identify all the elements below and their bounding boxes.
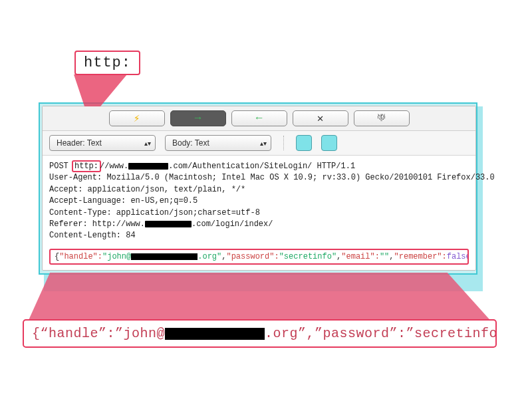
close-icon: ✕ bbox=[317, 112, 324, 125]
header-view-dropdown[interactable]: Header: Text ▴▾ bbox=[49, 135, 156, 151]
callout-body-mid: .org”,”password”:”secretinfo” bbox=[265, 326, 497, 341]
req-path: .com/Authentication/SiteLogin/ HTTP/1.1 bbox=[168, 162, 355, 171]
raw-request-body[interactable]: {"handle":"john@.org","password":"secret… bbox=[49, 249, 469, 265]
chevron-updown-icon: ▴▾ bbox=[144, 140, 151, 147]
body-view-dropdown[interactable]: Body: Text ▴▾ bbox=[165, 135, 271, 151]
body-key-remember: "remember" bbox=[394, 252, 442, 261]
req-scheme: http: bbox=[74, 162, 98, 171]
redacted-domain-big bbox=[165, 328, 265, 340]
callout-http-label: http: bbox=[84, 55, 131, 71]
http-inspector-panel: ⚡ → ← ✕ 𐂝 Header: Text ▴▾ Body: Text ▴▾ bbox=[39, 102, 477, 275]
arrow-right-icon: → bbox=[195, 112, 201, 124]
body-password: "secretinfo" bbox=[279, 252, 336, 261]
req-clen: Content-Length: 84 bbox=[49, 231, 136, 240]
redacted-host bbox=[128, 163, 168, 170]
req-accept-lang: Accept-Language: en-US,en;q=0.5 bbox=[49, 196, 198, 205]
toolbar: ⚡ → ← ✕ 𐂝 bbox=[43, 106, 475, 131]
bolt-icon: ⚡ bbox=[134, 112, 140, 125]
back-button[interactable]: ← bbox=[231, 110, 287, 126]
separator bbox=[283, 136, 284, 150]
callout-body-pre: {“handle”:”john@ bbox=[32, 326, 165, 341]
body-email: "" bbox=[380, 252, 389, 261]
req-scheme-highlight: http: bbox=[72, 160, 101, 172]
redacted-referer-host bbox=[145, 221, 192, 227]
callout-connector-top bbox=[74, 74, 127, 106]
req-ua: User-Agent: Mozilla/5.0 (Macintosh; Inte… bbox=[49, 173, 495, 182]
execute-button[interactable]: ⚡ bbox=[109, 110, 165, 126]
chevron-updown-icon: ▴▾ bbox=[260, 140, 267, 147]
body-key-password: "password" bbox=[226, 252, 274, 261]
req-referer-pre: Referer: http://www. bbox=[49, 219, 145, 229]
req-after-scheme: //www. bbox=[100, 162, 128, 171]
header-view-label: Header: Text bbox=[57, 138, 102, 148]
req-ctype: Content-Type: application/json;charset=u… bbox=[49, 208, 260, 217]
redacted-domain bbox=[131, 253, 198, 260]
scroll-icon: 𐂝 bbox=[377, 113, 386, 124]
cancel-button[interactable]: ✕ bbox=[293, 110, 348, 126]
view-toggle-1[interactable] bbox=[296, 135, 312, 151]
req-referer-post: .com/login/index/ bbox=[192, 219, 273, 229]
script-button[interactable]: 𐂝 bbox=[354, 110, 410, 126]
body-handle-post: .org" bbox=[198, 252, 221, 261]
callout-connector-bottom bbox=[27, 273, 494, 325]
view-toggle-2[interactable] bbox=[321, 135, 337, 151]
view-options-row: Header: Text ▴▾ Body: Text ▴▾ bbox=[43, 131, 475, 156]
arrow-left-icon: ← bbox=[256, 112, 263, 124]
body-key-handle: "handle" bbox=[59, 252, 98, 261]
body-handle-pre: "john@ bbox=[102, 252, 131, 261]
callout-body-credentials: {“handle”:”john@.org”,”password”:”secret… bbox=[23, 319, 497, 348]
callout-http-scheme: http: bbox=[74, 51, 140, 75]
body-key-email: "email" bbox=[341, 252, 374, 261]
body-view-label: Body: Text bbox=[172, 138, 209, 148]
body-remember: false bbox=[447, 252, 469, 261]
forward-button[interactable]: → bbox=[170, 110, 226, 126]
colon: : bbox=[98, 252, 102, 261]
panel-inner: ⚡ → ← ✕ 𐂝 Header: Text ▴▾ Body: Text ▴▾ bbox=[42, 106, 476, 271]
raw-request-headers[interactable]: POST http://www..com/Authentication/Site… bbox=[43, 156, 475, 247]
req-accept: Accept: application/json, text/plain, */… bbox=[49, 185, 245, 194]
req-method: POST bbox=[49, 162, 68, 171]
